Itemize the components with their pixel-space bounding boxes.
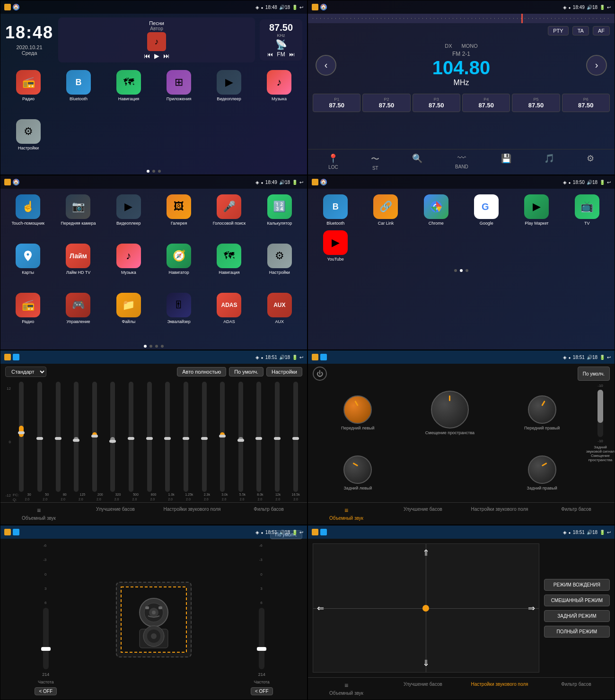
- eq-thumb-6[interactable]: [128, 437, 134, 440]
- play-btn[interactable]: ▶: [154, 52, 159, 60]
- app-music2[interactable]: ♪ Музыка: [106, 244, 151, 288]
- app-adas[interactable]: ADAS ADAS: [206, 293, 252, 337]
- eq-track-13[interactable]: [256, 382, 261, 492]
- win-btn-6[interactable]: [312, 354, 318, 360]
- knob-displacement-dial[interactable]: [431, 391, 469, 429]
- eq-thumb-3[interactable]: [73, 439, 79, 442]
- app-bluetooth[interactable]: B Bluetooth: [55, 70, 102, 115]
- preset-5[interactable]: P5 87.50: [512, 94, 560, 112]
- app-gallery[interactable]: 🖼 Галерея: [156, 194, 202, 239]
- home-btn[interactable]: 🏠: [13, 4, 19, 10]
- win-btn-7[interactable]: [4, 529, 11, 535]
- preset-2[interactable]: P2 87.50: [362, 94, 410, 112]
- pty-btn[interactable]: PTY: [548, 26, 568, 35]
- power-btn[interactable]: ⏻: [313, 367, 327, 381]
- knob-rear-right-dial[interactable]: [528, 455, 556, 484]
- dot-3-3[interactable]: [155, 345, 158, 348]
- window-btn-orange[interactable]: [4, 4, 11, 10]
- eq-thumb-9[interactable]: [183, 437, 189, 440]
- app-chrome[interactable]: Chrome: [413, 194, 459, 226]
- eq-thumb-12[interactable]: [237, 439, 244, 442]
- eq-track-14[interactable]: [275, 382, 280, 492]
- app-control[interactable]: 🎮 Управление: [55, 293, 101, 337]
- app-radio2[interactable]: 📻 Радио: [5, 293, 51, 337]
- next-btn[interactable]: ⏭: [163, 52, 170, 60]
- dot-3-4[interactable]: [161, 345, 164, 348]
- eq-thumb-13[interactable]: [255, 437, 262, 440]
- dot-4-1[interactable]: [454, 269, 457, 272]
- arrow-down-btn[interactable]: ⇓: [422, 658, 430, 668]
- eq-thumb-0[interactable]: [18, 431, 25, 434]
- left-fader-thumb[interactable]: [41, 647, 51, 651]
- eq-thumb-4[interactable]: [91, 435, 98, 438]
- back-6[interactable]: ↩: [607, 355, 611, 360]
- eq-settings-btn[interactable]: Настройки: [266, 367, 302, 376]
- eq-auto-btn[interactable]: Авто полностью: [177, 367, 226, 376]
- eq-track-8[interactable]: [165, 382, 170, 492]
- eq-track-15[interactable]: [293, 382, 298, 492]
- app-apps[interactable]: ⊞ Приложения: [156, 70, 202, 115]
- eq-track-10[interactable]: [202, 382, 207, 492]
- dot-4-3[interactable]: [466, 269, 468, 272]
- field-tab-field[interactable]: Настройки звукового поля: [461, 678, 538, 700]
- search-btn[interactable]: 🔍: [412, 153, 422, 171]
- radio-prev[interactable]: ⏮: [267, 51, 273, 58]
- preset-6[interactable]: P6 87.50: [562, 94, 610, 112]
- mode-driving[interactable]: РЕЖИМ ВОЖДЕНИЯ: [544, 579, 610, 591]
- eq-preset-select[interactable]: Стандарт: [5, 367, 46, 377]
- preset-3[interactable]: P3 87.50: [413, 94, 460, 112]
- eq-track-6[interactable]: [129, 382, 133, 492]
- eq-thumb-7[interactable]: [146, 437, 153, 440]
- win-btn-8[interactable]: [312, 529, 318, 535]
- win-btn-2[interactable]: [312, 4, 318, 10]
- app-play[interactable]: ▶ Play Маркет: [514, 194, 559, 226]
- eq-tab-field[interactable]: Настройки звукового поля: [154, 503, 230, 525]
- eq-tab-bass[interactable]: Улучшение басов: [77, 503, 154, 525]
- app-nav[interactable]: 🗺 Навигация: [105, 70, 152, 115]
- arrow-up-btn[interactable]: ⇑: [422, 548, 430, 558]
- app-videoplayer[interactable]: ▶ Видеоплеер: [206, 70, 252, 115]
- back-4[interactable]: ↩: [607, 180, 611, 185]
- eq-thumb-11[interactable]: [219, 435, 226, 438]
- stage-tab-bass[interactable]: Улучшение басов: [385, 503, 461, 525]
- st-btn[interactable]: 〜 ST: [371, 153, 379, 171]
- app-front-cam[interactable]: 📷 Передняя камера: [55, 194, 101, 239]
- save-btn[interactable]: 💾: [501, 153, 511, 171]
- eq-track-12[interactable]: [238, 382, 243, 492]
- back-3[interactable]: ↩: [299, 180, 303, 185]
- knob-front-right-dial[interactable]: [528, 395, 556, 424]
- dot-4-2[interactable]: [460, 269, 463, 272]
- eq-tab-surround[interactable]: ≡ Объемный звук: [0, 503, 77, 525]
- dot-3[interactable]: [158, 170, 161, 173]
- app-settings2[interactable]: ⚙ Настройки: [257, 244, 302, 288]
- win-btn-3[interactable]: [4, 179, 11, 185]
- home-btn-3[interactable]: 🏠: [13, 179, 19, 185]
- eq-track-1[interactable]: [37, 382, 42, 492]
- eq-thumb-14[interactable]: [274, 437, 281, 440]
- home-btn-4[interactable]: 🏠: [320, 179, 327, 185]
- app-google[interactable]: G Google: [464, 194, 509, 226]
- eq-track-4[interactable]: [92, 382, 97, 492]
- right-off-btn[interactable]: < OFF: [251, 687, 273, 695]
- audio-btn[interactable]: 🎵: [544, 153, 554, 171]
- ta-btn[interactable]: TA: [572, 26, 589, 35]
- app-files[interactable]: 📁 Файлы: [106, 293, 151, 337]
- dot-3-1[interactable]: [144, 345, 147, 348]
- fm-next-btn[interactable]: ›: [586, 55, 607, 76]
- app-touch[interactable]: ☝ Touch-помощник: [5, 194, 51, 239]
- radio-widget[interactable]: 87.50 KHz 📡 ⏮ FM ⏭: [260, 19, 302, 61]
- prev-btn[interactable]: ⏮: [144, 52, 150, 60]
- eq-thumb-1[interactable]: [36, 437, 43, 440]
- field-tab-surround[interactable]: ≡ Объемный звук: [308, 678, 385, 700]
- right-fader-thumb[interactable]: [257, 647, 266, 651]
- eq-thumb-15[interactable]: [292, 437, 299, 440]
- win-btn-4[interactable]: [312, 179, 318, 185]
- dot-2[interactable]: [152, 170, 155, 173]
- stage-tab-field[interactable]: Настройки звукового поля: [461, 503, 538, 525]
- af-btn[interactable]: AF: [593, 26, 610, 35]
- app-navigator[interactable]: 🧭 Навигатор: [156, 244, 202, 288]
- preset-4[interactable]: P4 87.50: [462, 94, 510, 112]
- preset-1[interactable]: P1 87.50: [313, 94, 360, 112]
- app-aux[interactable]: AUX AUX: [257, 293, 302, 337]
- app-calc[interactable]: 🔢 Калькулятор: [257, 194, 302, 239]
